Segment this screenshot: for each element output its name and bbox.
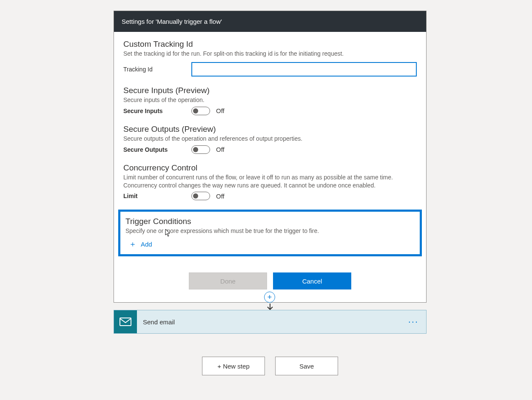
insert-step-button[interactable]: + — [264, 292, 275, 303]
settings-header: Settings for 'Manually trigger a flow' — [114, 11, 426, 32]
add-condition-button[interactable]: ＋ Add — [129, 240, 152, 248]
secure-outputs-toggle[interactable] — [191, 145, 210, 154]
concurrency-state: Off — [216, 193, 225, 200]
secure-outputs-row: Secure Outputs Off — [123, 145, 417, 154]
section-secure-inputs: Secure Inputs (Preview) Secure inputs of… — [123, 86, 417, 115]
secure-outputs-title: Secure Outputs (Preview) — [123, 125, 417, 134]
secure-outputs-state: Off — [216, 146, 225, 153]
secure-inputs-label: Secure Inputs — [123, 108, 191, 114]
action-label: Send email — [137, 318, 408, 326]
save-button[interactable]: Save — [275, 357, 338, 375]
concurrency-title: Concurrency Control — [123, 163, 417, 173]
section-secure-outputs: Secure Outputs (Preview) Secure outputs … — [123, 125, 417, 154]
concurrency-desc: Limit number of concurrent runs of the f… — [123, 173, 417, 190]
tracking-title: Custom Tracking Id — [123, 40, 417, 49]
settings-panel: Settings for 'Manually trigger a flow' C… — [114, 11, 427, 303]
action-card-send-email[interactable]: Send email ··· — [114, 310, 427, 334]
secure-inputs-state: Off — [216, 107, 225, 114]
svg-rect-0 — [120, 318, 131, 326]
secure-inputs-toggle[interactable] — [191, 107, 210, 115]
bottom-buttons: + New step Save — [202, 357, 338, 375]
secure-outputs-desc: Secure outputs of the operation and refe… — [123, 135, 417, 143]
mail-icon — [114, 310, 137, 333]
new-step-button[interactable]: + New step — [202, 357, 265, 375]
secure-inputs-title: Secure Inputs (Preview) — [123, 86, 417, 95]
secure-outputs-label: Secure Outputs — [123, 146, 191, 153]
concurrency-toggle[interactable] — [191, 192, 210, 200]
tracking-row: Tracking Id — [123, 62, 417, 77]
secure-inputs-row: Secure Inputs Off — [123, 107, 417, 115]
concurrency-label: Limit — [123, 193, 191, 199]
concurrency-row: Limit Off — [123, 192, 417, 200]
trigger-conditions-desc: Specify one or more expressions which mu… — [125, 227, 415, 235]
tracking-id-input[interactable] — [191, 62, 417, 77]
done-button[interactable]: Done — [189, 272, 267, 289]
tracking-label: Tracking Id — [123, 66, 191, 73]
secure-inputs-desc: Secure inputs of the operation. — [123, 96, 417, 104]
add-label: Add — [141, 241, 152, 248]
plus-icon: ＋ — [129, 240, 137, 248]
tracking-desc: Set the tracking id for the run. For spl… — [123, 50, 417, 58]
section-tracking: Custom Tracking Id Set the tracking id f… — [123, 40, 417, 77]
panel-title: Settings for 'Manually trigger a flow' — [122, 18, 222, 25]
section-trigger-conditions: Trigger Conditions Specify one or more e… — [118, 210, 422, 256]
trigger-conditions-title: Trigger Conditions — [125, 217, 415, 226]
section-concurrency: Concurrency Control Limit number of conc… — [123, 163, 417, 201]
settings-body: Custom Tracking Id Set the tracking id f… — [114, 32, 426, 302]
cancel-button[interactable]: Cancel — [273, 272, 351, 289]
action-more-button[interactable]: ··· — [408, 317, 426, 326]
